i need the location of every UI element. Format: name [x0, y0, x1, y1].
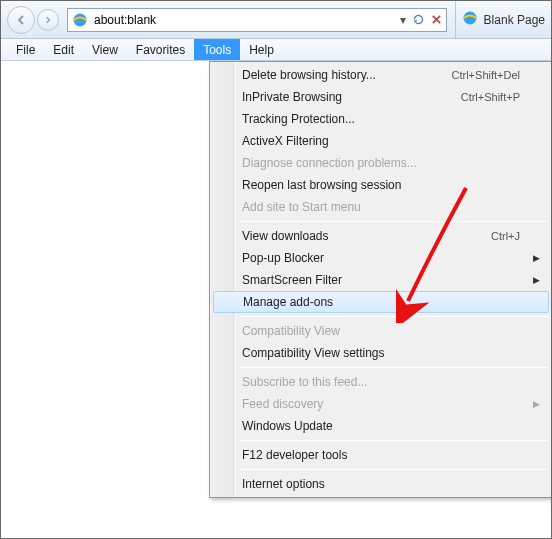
menu-separator [240, 469, 548, 470]
menu-item-manage-add-ons[interactable]: Manage add-ons [213, 291, 549, 313]
menu-item-label: Feed discovery [242, 397, 520, 411]
submenu-arrow-icon: ▶ [533, 253, 540, 263]
menu-item-label: Reopen last browsing session [242, 178, 520, 192]
menu-item-label: Subscribe to this feed... [242, 375, 520, 389]
menu-item-label: Diagnose connection problems... [242, 156, 520, 170]
menu-item-label: Delete browsing history... [242, 68, 452, 82]
menu-item-shortcut: Ctrl+J [491, 230, 520, 242]
menu-file[interactable]: File [7, 39, 44, 60]
forward-arrow-icon [43, 15, 53, 25]
menu-item-view-downloads[interactable]: View downloadsCtrl+J [212, 225, 550, 247]
menu-item-label: Manage add-ons [243, 295, 519, 309]
menu-item-label: Pop-up Blocker [242, 251, 520, 265]
menu-item-label: SmartScreen Filter [242, 273, 520, 287]
tab-page-icon [462, 10, 478, 29]
address-bar[interactable]: ▾ [67, 8, 447, 32]
menu-item-internet-options[interactable]: Internet options [212, 473, 550, 495]
menu-item-feed-discovery: Feed discovery▶ [212, 393, 550, 415]
tab-title: Blank Page [484, 13, 545, 27]
back-arrow-icon [14, 13, 28, 27]
address-input[interactable] [94, 13, 394, 27]
dropdown-icon[interactable]: ▾ [400, 13, 406, 27]
menu-item-shortcut: Ctrl+Shift+P [461, 91, 520, 103]
menu-item-pop-up-blocker[interactable]: Pop-up Blocker▶ [212, 247, 550, 269]
menu-tools[interactable]: Tools [194, 39, 240, 60]
menu-item-windows-update[interactable]: Windows Update [212, 415, 550, 437]
menu-bar: FileEditViewFavoritesToolsHelp [1, 39, 551, 61]
menu-item-smartscreen-filter[interactable]: SmartScreen Filter▶ [212, 269, 550, 291]
menu-item-activex-filtering[interactable]: ActiveX Filtering [212, 130, 550, 152]
menu-item-compatibility-view: Compatibility View [212, 320, 550, 342]
refresh-icon[interactable] [412, 13, 425, 26]
menu-item-diagnose-connection-problems: Diagnose connection problems... [212, 152, 550, 174]
menu-separator [240, 367, 548, 368]
menu-item-label: View downloads [242, 229, 491, 243]
menu-help[interactable]: Help [240, 39, 283, 60]
submenu-arrow-icon: ▶ [533, 399, 540, 409]
menu-item-label: Internet options [242, 477, 520, 491]
menu-item-label: F12 developer tools [242, 448, 520, 462]
menu-item-label: ActiveX Filtering [242, 134, 520, 148]
menu-item-delete-browsing-history[interactable]: Delete browsing history...Ctrl+Shift+Del [212, 64, 550, 86]
menu-item-inprivate-browsing[interactable]: InPrivate BrowsingCtrl+Shift+P [212, 86, 550, 108]
menu-item-add-site-to-start-menu: Add site to Start menu [212, 196, 550, 218]
tools-dropdown-menu: Delete browsing history...Ctrl+Shift+Del… [209, 61, 552, 498]
menu-item-subscribe-to-this-feed: Subscribe to this feed... [212, 371, 550, 393]
menu-item-label: Tracking Protection... [242, 112, 520, 126]
menu-edit[interactable]: Edit [44, 39, 83, 60]
back-button[interactable] [7, 6, 35, 34]
stop-icon[interactable] [431, 14, 442, 25]
forward-button[interactable] [37, 9, 59, 31]
navigation-bar: ▾ Blank Page [1, 1, 551, 39]
menu-item-shortcut: Ctrl+Shift+Del [452, 69, 520, 81]
menu-item-compatibility-view-settings[interactable]: Compatibility View settings [212, 342, 550, 364]
menu-separator [240, 221, 548, 222]
menu-item-label: Compatibility View settings [242, 346, 520, 360]
page-icon [72, 12, 88, 28]
menu-item-label: Add site to Start menu [242, 200, 520, 214]
menu-item-f12-developer-tools[interactable]: F12 developer tools [212, 444, 550, 466]
menu-item-label: Windows Update [242, 419, 520, 433]
tab[interactable]: Blank Page [455, 1, 545, 38]
menu-view[interactable]: View [83, 39, 127, 60]
menu-item-label: Compatibility View [242, 324, 520, 338]
menu-separator [240, 316, 548, 317]
submenu-arrow-icon: ▶ [533, 275, 540, 285]
menu-item-reopen-last-browsing-session[interactable]: Reopen last browsing session [212, 174, 550, 196]
menu-favorites[interactable]: Favorites [127, 39, 194, 60]
menu-separator [240, 440, 548, 441]
menu-item-tracking-protection[interactable]: Tracking Protection... [212, 108, 550, 130]
menu-item-label: InPrivate Browsing [242, 90, 461, 104]
